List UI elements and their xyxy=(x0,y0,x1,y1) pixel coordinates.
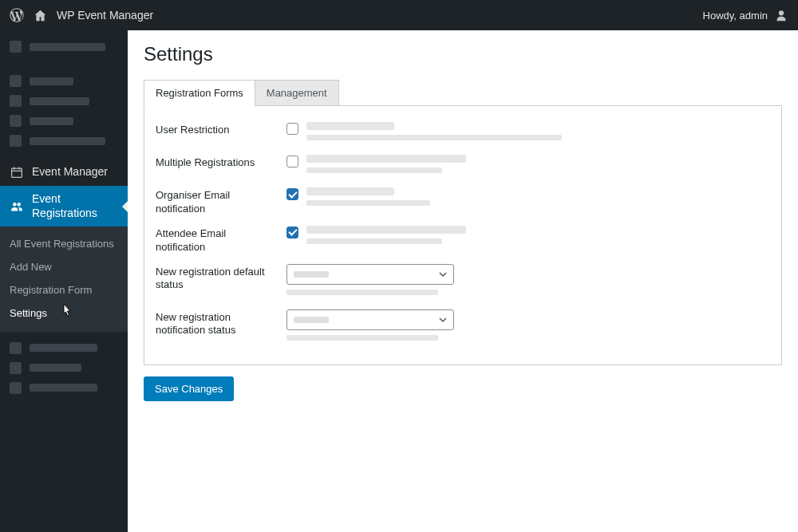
chevron-down-icon xyxy=(439,270,447,278)
svg-point-6 xyxy=(17,203,21,206)
menu-label: Event Manager xyxy=(32,165,108,179)
checkbox-multiple-registrations[interactable] xyxy=(286,156,298,167)
svg-rect-1 xyxy=(12,168,22,177)
row-organiser-email: Organiser Email notification xyxy=(144,183,781,221)
label-organiser-email: Organiser Email notification xyxy=(156,187,277,216)
wordpress-icon[interactable] xyxy=(10,8,24,22)
description-placeholder xyxy=(306,187,770,211)
description-placeholder xyxy=(306,155,770,178)
main-content: Settings Registration Forms Management U… xyxy=(128,30,798,532)
menu-placeholder[interactable] xyxy=(0,378,128,398)
checkbox-attendee-email[interactable] xyxy=(286,227,298,238)
calendar-icon xyxy=(10,165,24,179)
row-notification-status: New registration notification status xyxy=(144,305,781,350)
menu-group-1 xyxy=(0,30,128,65)
menu-group-3 xyxy=(0,332,128,406)
menu-placeholder[interactable] xyxy=(0,358,128,378)
submenu-settings[interactable]: Settings xyxy=(0,302,128,325)
label-notification-status: New registration notification status xyxy=(156,309,277,338)
label-default-status: New registration default status xyxy=(156,264,277,293)
label-multiple-registrations: Multiple Registrations xyxy=(156,155,277,170)
page-title: Settings xyxy=(144,43,782,65)
topbar-right[interactable]: Howdy, admin xyxy=(703,8,788,22)
row-user-restriction: User Restriction xyxy=(144,117,781,150)
tab-management[interactable]: Management xyxy=(255,80,339,106)
tab-registration-forms[interactable]: Registration Forms xyxy=(144,80,255,106)
svg-point-0 xyxy=(779,10,784,15)
save-button[interactable]: Save Changes xyxy=(144,376,234,401)
svg-point-5 xyxy=(13,203,17,206)
select-notification-status[interactable] xyxy=(286,309,454,330)
row-default-status: New registration default status xyxy=(144,259,781,305)
row-multiple-registrations: Multiple Registrations xyxy=(144,150,781,183)
label-user-restriction: User Restriction xyxy=(156,122,277,137)
description-placeholder xyxy=(306,122,770,145)
users-icon xyxy=(10,199,24,214)
description-placeholder xyxy=(286,335,438,341)
settings-panel: User Restriction Multiple Registrations xyxy=(144,106,782,365)
settings-tabs: Registration Forms Management xyxy=(144,80,782,106)
home-icon[interactable] xyxy=(34,9,47,22)
topbar-left: WP Event Manager xyxy=(10,8,153,22)
label-attendee-email: Attendee Email notification xyxy=(156,226,277,254)
menu-group-2 xyxy=(0,65,128,159)
select-default-status[interactable] xyxy=(286,264,454,285)
chevron-down-icon xyxy=(439,316,447,324)
sidebar-item-event-manager[interactable]: Event Manager xyxy=(0,159,128,186)
admin-topbar: WP Event Manager Howdy, admin xyxy=(0,0,798,30)
submenu-registration-form[interactable]: Registration Form xyxy=(0,279,128,302)
user-icon xyxy=(774,8,788,22)
site-title[interactable]: WP Event Manager xyxy=(57,9,153,22)
checkbox-organiser-email[interactable] xyxy=(286,188,298,200)
submenu-add-new[interactable]: Add New xyxy=(0,256,128,279)
sidebar-item-event-registrations[interactable]: Event Registrations xyxy=(0,186,128,227)
checkbox-user-restriction[interactable] xyxy=(286,123,298,135)
menu-placeholder[interactable] xyxy=(0,338,128,358)
submenu-event-registrations: All Event Registrations Add New Registra… xyxy=(0,227,128,332)
menu-placeholder[interactable] xyxy=(0,131,128,151)
select-value-placeholder xyxy=(294,271,329,278)
description-placeholder xyxy=(286,290,438,295)
menu-placeholder[interactable] xyxy=(0,37,128,57)
submenu-all[interactable]: All Event Registrations xyxy=(0,233,128,256)
select-value-placeholder xyxy=(294,317,329,323)
menu-placeholder[interactable] xyxy=(0,71,128,91)
menu-label: Event Registrations xyxy=(32,192,118,220)
row-attendee-email: Attendee Email notification xyxy=(144,221,781,259)
menu-placeholder[interactable] xyxy=(0,91,128,111)
description-placeholder xyxy=(306,226,770,249)
greeting-text: Howdy, admin xyxy=(703,10,768,22)
admin-sidebar: Event Manager Event Registrations All Ev… xyxy=(0,30,128,532)
menu-placeholder[interactable] xyxy=(0,111,128,131)
